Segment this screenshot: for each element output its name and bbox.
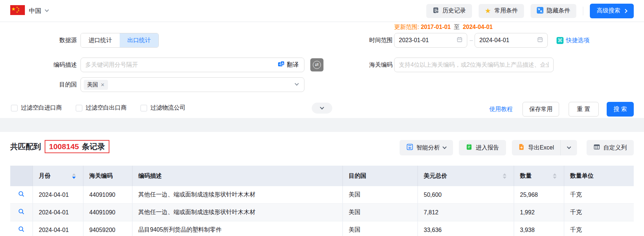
cell-description: 品目9405所列货品的塑料制零件 [132, 221, 343, 236]
export-split-button: 导出Excel [512, 140, 577, 155]
enter-report-button[interactable]: 进入报告 [459, 140, 506, 155]
date-from-input[interactable]: 2023-01-01 [394, 33, 467, 48]
country-name: 中国 [29, 7, 41, 15]
cell-quantity: 3,938 [514, 221, 564, 236]
custom-columns-button[interactable]: 自定义列 [587, 140, 634, 155]
destination-select[interactable]: 美国 ✕ [80, 77, 304, 92]
header-destination-label: 目的国 [349, 172, 366, 180]
magnifier-icon[interactable] [18, 226, 25, 234]
hs-code-label: 海关编码 [322, 58, 393, 72]
form-row-description: 编码描述 中A 翻译 ⇄ 海关编码 [0, 58, 644, 72]
update-range-to: 2024-04-01 [463, 24, 493, 30]
export-excel-button[interactable]: 导出Excel [512, 140, 560, 155]
table-header-row: 月份 海关编码 编码描述 目的国 美元总价 [10, 166, 634, 186]
hs-code-field [394, 58, 554, 72]
checkbox-icon[interactable] [11, 105, 18, 111]
checkbox-icon[interactable] [141, 105, 147, 111]
cell-destination: 美国 [343, 204, 418, 221]
export-file-icon [518, 144, 525, 152]
country-selector[interactable]: ★★★★★ 中国 [10, 5, 48, 16]
table-row: 2024-04-01 44091090 其他任一边、端或面制成连续形状针叶木木材… [10, 186, 634, 204]
header-quantity-unit: 数量单位 [564, 166, 634, 186]
svg-text:★: ★ [11, 6, 16, 12]
filter-label: 过滤空白进口商 [21, 104, 62, 112]
header-destination: 目的国 [343, 166, 418, 186]
cell-hs-code: 94059200 [83, 221, 132, 236]
trade-data-search-page: ★★★★★ 中国 历史记录 ★ 常用条件 隐藏条件 [0, 0, 644, 236]
tag-close-icon[interactable]: ✕ [101, 82, 105, 88]
china-flag-icon: ★★★★★ [10, 5, 25, 16]
star-icon: ★ [485, 8, 491, 14]
tab-export-stats[interactable]: 出口统计 [120, 33, 158, 47]
date-from-value: 2023-01-01 [399, 37, 429, 44]
header-usd-total[interactable]: 美元总价 [418, 166, 514, 186]
command-icon: ⌘ [557, 37, 564, 44]
sort-control-usd[interactable] [503, 173, 506, 179]
caret-down-icon [72, 177, 76, 179]
translate-button[interactable]: 中A 翻译 [276, 58, 301, 72]
hs-code-input[interactable] [394, 58, 554, 72]
advanced-search-button[interactable]: 高级搜索 [590, 4, 634, 18]
code-description-input[interactable] [80, 58, 304, 72]
cell-quantity-unit: 千克 [564, 204, 634, 221]
header-row-actions [10, 166, 33, 186]
cell-quantity: 25,968 [514, 186, 564, 203]
quick-options-button[interactable]: ⌘ 快捷选项 [557, 33, 589, 48]
header-hs-code: 海关编码 [83, 166, 132, 186]
results-section: 共匹配到 1008145 条记录 BI 智能分析 进入报告 [0, 132, 644, 236]
history-label: 历史记录 [442, 7, 466, 15]
header-quantity[interactable]: 数量 [514, 166, 564, 186]
chevron-down-icon [442, 145, 446, 149]
sort-control-quantity[interactable] [553, 173, 557, 179]
custom-columns-label: 自定义列 [603, 144, 627, 152]
cell-quantity-unit: 千克 [564, 186, 634, 203]
filter-blank-exporter[interactable]: 过滤空白出口商 [76, 104, 127, 112]
sort-control-month[interactable] [72, 173, 76, 179]
cell-hs-code: 44091090 [83, 204, 132, 221]
magnifier-icon[interactable] [18, 191, 25, 199]
form-row-destination: 目的国 美国 ✕ [0, 77, 644, 92]
header-description: 编码描述 [132, 166, 343, 186]
swap-convert-button[interactable]: ⇄ [310, 58, 323, 71]
export-options-caret[interactable] [560, 140, 577, 155]
magnifier-icon[interactable] [18, 208, 25, 217]
filter-blank-importer[interactable]: 过滤空白进口商 [11, 104, 62, 112]
calendar-icon [457, 37, 463, 44]
date-to-input[interactable]: 2024-04-01 [475, 33, 548, 48]
results-table: 月份 海关编码 编码描述 目的国 美元总价 [10, 166, 634, 236]
cell-month: 2024-04-01 [33, 204, 83, 221]
smart-analysis-label: 智能分析 [416, 144, 440, 152]
svg-text:BI: BI [408, 146, 411, 150]
tutorial-link[interactable]: 使用教程 [489, 102, 513, 117]
cell-month: 2024-04-01 [33, 186, 83, 203]
bi-analysis-icon: BI [407, 144, 413, 152]
history-icon [433, 7, 439, 15]
chevron-down-icon [320, 105, 324, 109]
row-detail-cell [10, 204, 33, 221]
date-range-dash: – [469, 33, 474, 48]
collapse-form-button[interactable] [312, 103, 332, 114]
save-conditions-button[interactable]: 保存常用 [523, 102, 559, 117]
favorites-button[interactable]: ★ 常用条件 [479, 4, 524, 18]
filter-logistics-company[interactable]: 过滤物流公司 [141, 104, 186, 112]
hide-conditions-button[interactable]: 隐藏条件 [531, 4, 576, 18]
date-to-value: 2024-04-01 [479, 37, 509, 44]
tab-import-stats[interactable]: 进口统计 [81, 33, 120, 47]
checkbox-icon[interactable] [76, 105, 82, 111]
cell-month: 2024-04-01 [33, 221, 83, 236]
search-button[interactable]: 搜 索 [607, 102, 634, 117]
caret-up-icon [553, 173, 557, 176]
caret-up-icon [72, 173, 76, 176]
destination-label: 目的国 [22, 77, 77, 92]
report-clipboard-icon [466, 144, 472, 152]
translate-icon: 中A [278, 61, 285, 69]
data-source-label: 数据源 [22, 33, 77, 48]
history-button[interactable]: 历史记录 [426, 4, 472, 18]
reset-button[interactable]: 重 置 [569, 102, 599, 117]
smart-analysis-button[interactable]: BI 智能分析 [400, 140, 453, 155]
match-count-box: 1008145 条记录 [45, 140, 109, 153]
header-month[interactable]: 月份 [33, 166, 83, 186]
header-month-label: 月份 [39, 172, 50, 180]
chevron-right-icon [623, 9, 627, 13]
topbar-actions: 历史记录 ★ 常用条件 隐藏条件 高级搜索 [426, 4, 634, 18]
